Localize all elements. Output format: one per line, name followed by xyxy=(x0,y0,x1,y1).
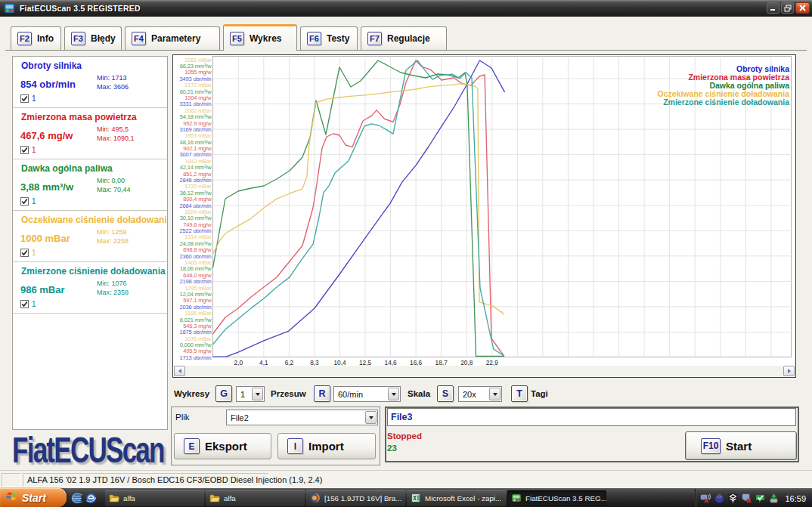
dropdown-arrow-icon[interactable] xyxy=(252,388,263,400)
ie-icon[interactable] xyxy=(85,493,97,504)
parameter-max: Max: 3606 xyxy=(97,83,129,91)
tab-fkey-badge: F3 xyxy=(71,32,85,45)
app-icon xyxy=(5,3,15,14)
net-off-icon[interactable] xyxy=(700,493,711,504)
parameter-checkbox[interactable] xyxy=(20,94,29,103)
scroll-left-icon xyxy=(178,369,181,373)
purple-app-icon[interactable] xyxy=(714,493,725,504)
parameter-min: Min: 1259 xyxy=(97,228,127,236)
tab-label: Info xyxy=(37,33,54,44)
parameter-min: Min: 0,00 xyxy=(97,177,125,184)
task-button-area: alfa alfa [156 1.9JTD 16V] Bra... Micros… xyxy=(105,490,606,506)
taskbar: Start alfa alfa [156 1.9JTD 16V] Bra... … xyxy=(0,488,812,507)
start-button-label: Start xyxy=(22,492,46,504)
parameter-name: Oczekiwane ciśnienie doładowania xyxy=(21,215,167,225)
minimize-icon xyxy=(770,5,776,11)
plik-label: Plik xyxy=(175,413,190,422)
vehicle-info-text: ALFA 156 '02 1.9 JTD 16V / Bosch EDC16 C… xyxy=(27,475,322,484)
dropdown-arrow-triangle xyxy=(493,393,497,396)
import-key-badge: I xyxy=(287,438,303,454)
update-icon[interactable] xyxy=(768,493,779,504)
tab[interactable]: F6 Testy xyxy=(300,26,358,50)
tab-label: Parametery xyxy=(151,33,200,44)
window-buttons xyxy=(767,2,810,14)
skala-select[interactable]: 20x xyxy=(458,386,502,402)
taskbar-window-label: FiatECUScan 3.5 REG... xyxy=(525,494,606,502)
window-title: FiatECUScan 3.5 REGISTERED xyxy=(20,4,141,13)
parameter-checkbox[interactable] xyxy=(20,197,29,206)
skala-key-badge: S xyxy=(437,385,454,402)
przesuw-select[interactable]: 60/min xyxy=(333,386,401,402)
tab[interactable]: F5 Wykres xyxy=(223,24,297,51)
close-button[interactable] xyxy=(795,2,810,14)
legend-entry: Obroty silnika xyxy=(736,64,789,73)
tab[interactable]: F2 Info xyxy=(11,26,61,50)
parameter-checkbox-label: 1 xyxy=(32,300,36,308)
dropbox-icon[interactable] xyxy=(727,493,739,504)
parameter-value: 854 obr/min xyxy=(20,79,76,90)
checkmark-icon xyxy=(21,95,28,102)
tab[interactable]: F3 Błędy xyxy=(64,26,122,50)
parameter-value: 986 mBar xyxy=(20,284,65,295)
chart-horizontal-scrollbar[interactable] xyxy=(174,366,795,376)
plik-select[interactable]: File2 xyxy=(226,410,378,425)
taskbar-clock: 16:59 xyxy=(785,494,806,503)
tagi-label: Tagi xyxy=(531,389,548,398)
tab[interactable]: F4 Parametery xyxy=(125,26,220,50)
fiatecuscan-icon xyxy=(511,493,522,503)
import-button[interactable]: I Import xyxy=(277,433,376,459)
status-cell-empty xyxy=(2,473,21,487)
restore-button[interactable] xyxy=(781,2,794,14)
title-bar: FiatECUScan 3.5 REGISTERED xyxy=(0,0,812,17)
dropdown-arrow-triangle xyxy=(392,393,396,396)
parameter-checkbox[interactable] xyxy=(20,146,29,154)
scroll-track[interactable] xyxy=(185,366,783,376)
file-name-input[interactable]: File3 xyxy=(387,408,796,426)
dropdown-arrow-icon[interactable] xyxy=(388,388,399,400)
minimize-button[interactable] xyxy=(767,2,779,14)
dropdown-arrow-icon[interactable] xyxy=(365,411,377,424)
green-check-icon[interactable] xyxy=(755,493,766,504)
taskbar-window-label: [156 1.9JTD 16V] Bra... xyxy=(324,494,401,502)
parameter-checkbox[interactable] xyxy=(20,249,29,257)
scroll-left-button[interactable] xyxy=(174,366,185,376)
parameter-max: Max: 70,44 xyxy=(97,186,131,193)
parameter-value: 1000 mBar xyxy=(20,233,70,244)
taskbar-window-button[interactable]: alfa xyxy=(105,490,204,506)
parameter-block: Dawka ogólna paliwa 3,88 mm³/w Min: 0,00… xyxy=(13,159,167,211)
fiatecuscan-logo: FiatECUScan xyxy=(12,429,164,471)
parameter-max: Max: 2258 xyxy=(97,237,129,245)
taskbar-window-button[interactable]: FiatECUScan 3.5 REG... xyxy=(507,490,606,506)
taskbar-window-button[interactable]: [156 1.9JTD 16V] Bra... xyxy=(306,490,405,506)
parameter-name: Zmierzone ciśnienie doładowania xyxy=(21,266,166,277)
parameter-max: Max: 1090,1 xyxy=(97,134,135,142)
status-cell-vehicle: ALFA 156 '02 1.9 JTD 16V / Bosch EDC16 C… xyxy=(23,473,269,487)
parameter-min: Min: 1076 xyxy=(97,280,127,287)
tab-fkey-badge: F2 xyxy=(17,32,32,45)
display-off-icon[interactable] xyxy=(741,493,752,504)
eksport-button[interactable]: E Eksport xyxy=(174,433,271,459)
system-tray: 16:59 xyxy=(695,489,812,507)
status-bar: ALFA 156 '02 1.9 JTD 16V / Bosch EDC16 C… xyxy=(0,470,812,488)
tray-icon-area xyxy=(700,493,782,504)
dropdown-arrow-icon[interactable] xyxy=(489,388,501,400)
parameter-block: Zmierzone ciśnienie doładowania 986 mBar… xyxy=(13,262,167,314)
taskbar-window-button[interactable]: alfa xyxy=(206,490,305,506)
parameter-min: Min: 1713 xyxy=(97,74,127,82)
tab[interactable]: F7 Regulacje xyxy=(361,26,447,50)
globe-icon[interactable] xyxy=(71,493,82,504)
parameter-checkbox[interactable] xyxy=(20,300,29,308)
skala-select-value: 20x xyxy=(463,390,488,399)
przesuw-label: Przesuw xyxy=(271,389,306,398)
parameter-checkbox-label: 1 xyxy=(32,249,36,257)
scroll-right-icon xyxy=(788,369,791,373)
firefox-icon xyxy=(310,493,321,503)
start-button[interactable]: F10 Start xyxy=(685,431,797,460)
scroll-right-button[interactable] xyxy=(783,366,795,376)
parameter-checkbox-row: 1 xyxy=(20,197,36,206)
start-menu-button[interactable]: Start xyxy=(0,488,67,507)
parameter-max: Max: 2358 xyxy=(97,289,129,296)
wykresy-select[interactable]: 1 xyxy=(236,386,265,402)
y-axis-label: 1713 obr/min xyxy=(180,354,212,361)
taskbar-window-button[interactable]: Microsoft Excel - zapi... xyxy=(407,490,506,506)
